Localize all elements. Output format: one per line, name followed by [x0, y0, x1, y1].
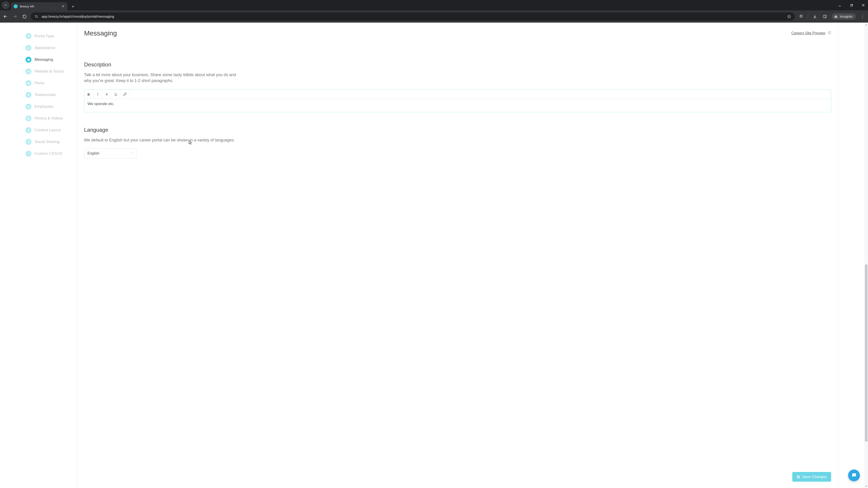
sidebar-item-custom-css-js[interactable]: Custom CSS/JS [26, 148, 77, 160]
chat-icon [851, 473, 857, 478]
address-bar[interactable]: app.breezy.hr/app/c/moodjoy/portal/messa… [31, 12, 795, 21]
sidebar-item-label: Perks [35, 81, 44, 86]
sidebar-item-label: Testimonials [35, 93, 56, 97]
layout-icon [26, 127, 31, 133]
sidebar-item-appearance[interactable]: Appearance [26, 42, 77, 54]
toolbar-link-button[interactable] [121, 90, 129, 99]
svg-rect-19 [29, 35, 30, 36]
browser-tabbar: Breezy HR ✕ ＋ [0, 0, 868, 10]
toolbar-strike-button[interactable]: S [102, 90, 112, 99]
careers-site-preview-link[interactable]: Careers Site Preview [792, 31, 831, 35]
description-textarea[interactable]: We operate etc. [84, 99, 831, 112]
toolbar-bold-button[interactable]: B [84, 90, 93, 99]
downloads-icon[interactable] [812, 13, 818, 20]
svg-rect-20 [27, 36, 28, 37]
employees-icon [26, 104, 31, 109]
language-help-text: We default to English but your career po… [84, 137, 238, 143]
bookmark-star-icon[interactable] [786, 14, 792, 19]
svg-point-16 [836, 17, 837, 18]
testimonials-icon [26, 92, 31, 98]
svg-rect-13 [823, 15, 827, 18]
description-section: Description Talk a bit more about your b… [84, 61, 831, 112]
tab-close-button[interactable]: ✕ [62, 4, 65, 8]
sidebar-item-social-sharing[interactable]: Social Sharing [26, 136, 77, 148]
url-text: app.breezy.hr/app/c/moodjoy/portal/messa… [41, 14, 114, 19]
svg-point-8 [37, 17, 37, 18]
chevron-down-icon [130, 151, 133, 156]
sidebar-item-portal-type[interactable]: Portal Type [26, 30, 77, 42]
sidebar-item-messaging[interactable]: Messaging [26, 54, 77, 66]
description-heading: Description [84, 61, 831, 68]
sidebar-item-label: Website & Social [35, 69, 64, 74]
svg-line-25 [28, 71, 29, 71]
help-chat-fab[interactable] [848, 469, 860, 481]
sidebar-item-employees[interactable]: Employees [26, 101, 77, 112]
nav-back-button[interactable] [2, 13, 8, 20]
svg-marker-10 [787, 15, 791, 18]
sidebar-item-label: Custom CSS/JS [35, 151, 62, 156]
toolbar-italic-button[interactable]: I [93, 90, 102, 99]
save-button-label: Save Changes [802, 475, 827, 479]
window-close-button[interactable] [860, 2, 867, 8]
sidebar-item-label: Employees [35, 104, 54, 109]
sidebar-item-perks[interactable]: Perks [26, 77, 77, 89]
appearance-icon [26, 45, 31, 51]
incognito-chip[interactable]: Incognito [832, 13, 856, 20]
tab-search-button[interactable] [2, 1, 9, 9]
incognito-label: Incognito [840, 15, 852, 18]
browser-menu-button[interactable]: ⋮ [860, 13, 866, 20]
svg-rect-18 [27, 35, 28, 36]
new-tab-button[interactable]: ＋ [70, 3, 76, 10]
save-changes-button[interactable]: Save Changes [792, 472, 831, 482]
svg-line-42 [28, 142, 29, 142]
nav-forward-button[interactable] [12, 13, 18, 20]
toolbar-underline-button[interactable]: U [112, 90, 121, 99]
sidebar-item-label: Photos & Videos [35, 116, 63, 121]
svg-point-6 [35, 15, 36, 16]
scroll-up-arrow[interactable]: ▲ [864, 23, 868, 26]
window-controls [836, 0, 867, 10]
nav-reload-button[interactable] [21, 13, 28, 20]
page-viewport: Portal Type Appearance Messaging Website… [0, 23, 868, 488]
sidebar-item-label: Portal Type [35, 34, 54, 38]
sidebar-item-photos-videos[interactable]: Photos & Videos [26, 112, 77, 124]
language-section: Language We default to English but your … [84, 127, 831, 158]
code-icon [26, 151, 31, 157]
sidebar-item-label: Content Layout [35, 128, 61, 132]
svg-point-15 [835, 17, 836, 18]
perks-icon [26, 80, 31, 86]
social-icon [26, 139, 31, 145]
page-scrollbar[interactable]: ▲ ▼ [864, 23, 868, 488]
share-icon [26, 68, 31, 74]
main-panel: Messaging Careers Site Preview Descripti… [77, 23, 838, 488]
save-icon [797, 475, 800, 479]
preview-link-label: Careers Site Preview [792, 31, 825, 35]
description-editor: B I S U We operate etc. [84, 90, 831, 112]
incognito-icon [834, 14, 838, 19]
window-minimize-button[interactable] [836, 2, 843, 8]
sidebar-item-label: Appearance [35, 46, 55, 50]
description-help-text: Talk a bit more about your business. Sha… [84, 72, 238, 84]
svg-rect-1 [850, 4, 852, 6]
window-maximize-button[interactable] [848, 2, 855, 8]
site-controls-icon[interactable] [34, 14, 39, 19]
browser-tab[interactable]: Breezy HR ✕ [11, 2, 67, 10]
sidebar-item-testimonials[interactable]: Testimonials [26, 89, 77, 101]
messaging-icon [26, 57, 31, 63]
external-link-icon [828, 31, 831, 35]
sidebar-item-content-layout[interactable]: Content Layout [26, 124, 77, 136]
tab-favicon [13, 4, 18, 8]
tab-title: Breezy HR [20, 5, 34, 8]
language-heading: Language [84, 127, 831, 133]
sidebar-item-website-social[interactable]: Website & Social [26, 66, 77, 77]
language-select[interactable]: English [84, 149, 136, 158]
sidebar-item-label: Social Sharing [35, 140, 59, 144]
scroll-down-arrow[interactable]: ▼ [864, 484, 868, 488]
extensions-icon[interactable] [798, 13, 804, 20]
sidebar-item-label: Messaging [35, 57, 53, 62]
side-panel-icon[interactable] [822, 13, 828, 20]
svg-line-43 [829, 32, 831, 33]
scroll-thumb[interactable] [865, 265, 868, 442]
svg-rect-21 [29, 36, 30, 37]
svg-line-26 [28, 72, 29, 72]
